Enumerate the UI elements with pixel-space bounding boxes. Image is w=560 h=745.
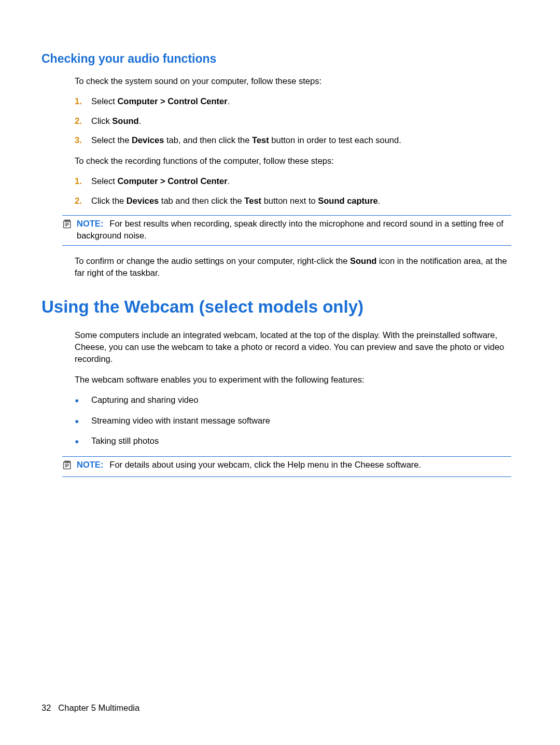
list-item: ● Taking still photos — [75, 435, 513, 448]
step-number: 2. — [75, 115, 91, 127]
note-text: NOTE:For best results when recording, sp… — [77, 218, 511, 242]
bullet-text: Taking still photos — [91, 435, 513, 447]
heading-audio-functions: Checking your audio functions — [41, 52, 513, 66]
bullet-icon: ● — [75, 415, 91, 428]
section2-body: Some computers include an integrated web… — [75, 329, 513, 448]
step-number: 2. — [75, 195, 91, 207]
list-item: ● Streaming video with instant message s… — [75, 415, 513, 428]
step-text: Select Computer > Control Center. — [91, 95, 513, 107]
section1-body: To check the system sound on your comput… — [75, 75, 513, 207]
chapter-label: Chapter 5 Multimedia — [58, 703, 139, 712]
note-block: NOTE:For details about using your webcam… — [62, 456, 511, 477]
list-item: 3. Select the Devices tab, and then clic… — [75, 134, 513, 146]
feature-list: ● Capturing and sharing video ● Streamin… — [75, 394, 513, 448]
steps-list-b: 1. Select Computer > Control Center. 2. … — [75, 175, 513, 207]
step-number: 3. — [75, 134, 91, 146]
step-text: Select the Devices tab, and then click t… — [91, 134, 513, 146]
note-label: NOTE: — [77, 460, 103, 469]
step-number: 1. — [75, 175, 91, 187]
page-footer: 32Chapter 5 Multimedia — [41, 703, 139, 713]
page-content: Checking your audio functions To check t… — [0, 0, 560, 745]
note-label: NOTE: — [77, 219, 103, 228]
bullet-text: Capturing and sharing video — [91, 394, 513, 406]
list-item: 2. Click Sound. — [75, 115, 513, 127]
list-item: ● Capturing and sharing video — [75, 394, 513, 407]
note-icon — [62, 459, 74, 473]
heading-webcam: Using the Webcam (select models only) — [41, 297, 513, 317]
list-item: 1. Select Computer > Control Center. — [75, 175, 513, 187]
list-item: 1. Select Computer > Control Center. — [75, 95, 513, 107]
note-block: NOTE:For best results when recording, sp… — [62, 215, 511, 246]
mid-text: To check the recording functions of the … — [75, 155, 513, 167]
bullet-text: Streaming video with instant message sof… — [91, 415, 513, 427]
step-text: Click Sound. — [91, 115, 513, 127]
bullet-icon: ● — [75, 394, 91, 407]
page-number: 32 — [41, 703, 51, 712]
step-text: Click the Devices tab and then click the… — [91, 195, 513, 207]
note-text: NOTE:For details about using your webcam… — [77, 459, 511, 471]
webcam-para2: The webcam software enables you to exper… — [75, 374, 513, 386]
intro-text: To check the system sound on your comput… — [75, 75, 513, 87]
list-item: 2. Click the Devices tab and then click … — [75, 195, 513, 207]
webcam-para1: Some computers include an integrated web… — [75, 329, 513, 366]
step-number: 1. — [75, 95, 91, 107]
bullet-icon: ● — [75, 435, 91, 448]
step-text: Select Computer > Control Center. — [91, 175, 513, 187]
outro-text: To confirm or change the audio settings … — [75, 255, 513, 279]
note-icon — [62, 218, 74, 232]
section1-outro: To confirm or change the audio settings … — [75, 255, 513, 279]
steps-list-a: 1. Select Computer > Control Center. 2. … — [75, 95, 513, 146]
